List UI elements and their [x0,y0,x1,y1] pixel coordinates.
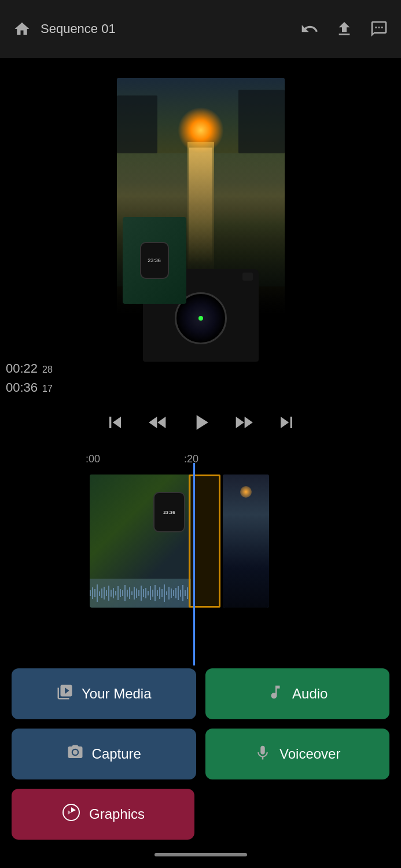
svg-rect-8 [108,586,109,601]
timeline-clips: 23:36 [0,475,401,625]
frame-value-1: 28 [42,363,53,377]
your-media-button[interactable]: Your Media [12,668,196,719]
svg-rect-2 [94,589,95,597]
audio-label: Audio [292,686,328,702]
timestamp-line1: 00:22 28 [6,359,53,378]
svg-rect-22 [141,586,142,601]
svg-rect-12 [117,586,119,600]
time-value-2: 00:36 [6,378,38,397]
clip-audio-waveform [90,579,191,608]
svg-rect-7 [106,590,107,596]
svg-rect-36 [173,590,174,596]
header-actions [299,19,389,39]
svg-rect-25 [148,591,149,595]
step-forward-button[interactable] [231,410,256,435]
svg-rect-18 [131,591,133,595]
svg-rect-14 [122,590,123,596]
ruler-mark-00: :00 [86,453,100,465]
audio-button[interactable]: Audio [205,668,390,719]
frame-value-2: 17 [42,382,53,396]
video-preview: 23:36 [0,58,401,393]
svg-rect-15 [124,585,126,601]
svg-point-64 [73,750,78,755]
voiceover-icon [254,744,271,765]
video-frame: 23:36 [117,78,285,373]
svg-rect-1 [92,587,93,599]
header: Sequence 01 [0,0,401,58]
svg-rect-28 [154,585,156,601]
graphics-label: Graphics [89,806,145,822]
svg-rect-9 [111,590,112,597]
svg-rect-30 [159,587,160,599]
timeline-playhead[interactable] [193,463,195,665]
home-indicator [154,853,247,856]
svg-rect-31 [161,589,163,597]
timestamp-line2: 00:36 17 [6,378,53,397]
svg-rect-0 [90,590,91,596]
svg-rect-29 [157,590,158,596]
skip-to-end-button[interactable] [274,410,299,435]
voiceover-button[interactable]: Voiceover [205,729,390,779]
svg-rect-42 [187,587,188,599]
voiceover-label: Voiceover [279,746,340,762]
graphics-button[interactable]: Graphics [12,789,194,840]
svg-rect-23 [143,589,144,597]
svg-rect-40 [182,585,183,601]
capture-icon [67,744,84,765]
timeline-ruler: :00 :20 [0,446,401,469]
time-value-1: 00:22 [6,359,38,378]
svg-rect-3 [97,584,98,602]
sequence-title: Sequence 01 [41,21,299,36]
clip-left[interactable]: 23:36 [90,475,191,608]
svg-rect-33 [166,591,167,595]
svg-rect-13 [120,589,121,597]
media-icon [56,683,73,705]
svg-rect-38 [178,586,179,600]
svg-rect-34 [168,587,170,599]
svg-rect-32 [164,584,165,602]
timestamp-display: 00:22 28 00:36 17 [6,359,53,397]
svg-rect-41 [185,590,186,596]
button-row-1: Your Media Audio [12,668,389,719]
svg-rect-24 [145,588,146,598]
graphics-icon [61,803,81,826]
clip-right[interactable] [223,475,269,608]
comments-button[interactable] [369,19,389,39]
audio-icon [267,683,284,705]
svg-rect-20 [136,589,137,598]
skip-to-start-button[interactable] [102,410,128,435]
media-label: Your Media [82,686,152,702]
svg-rect-5 [101,589,102,598]
export-button[interactable] [334,19,355,39]
svg-rect-6 [104,587,105,599]
clip-left-thumbnail: 23:36 [90,475,191,579]
home-button[interactable] [12,19,32,39]
svg-rect-19 [134,587,135,599]
undo-button[interactable] [299,19,320,39]
ruler-mark-20: :20 [184,453,198,465]
step-back-button[interactable] [145,410,171,435]
svg-rect-21 [138,590,139,596]
play-button[interactable] [188,410,214,435]
capture-label: Capture [92,746,141,762]
svg-rect-10 [113,588,114,598]
svg-rect-17 [129,587,130,599]
playback-controls [0,399,401,446]
svg-rect-37 [175,588,176,598]
svg-rect-4 [99,591,100,596]
action-buttons: Your Media Audio Capture [12,668,389,849]
button-row-2: Capture Voiceover [12,729,389,779]
svg-rect-11 [115,591,116,595]
clip-right-thumbnail [223,475,269,579]
svg-rect-35 [171,589,172,598]
capture-button[interactable]: Capture [12,729,196,779]
svg-rect-27 [152,590,153,597]
svg-rect-16 [127,590,128,597]
svg-rect-26 [150,586,151,600]
svg-rect-39 [180,590,181,597]
button-row-3: Graphics [12,789,389,840]
